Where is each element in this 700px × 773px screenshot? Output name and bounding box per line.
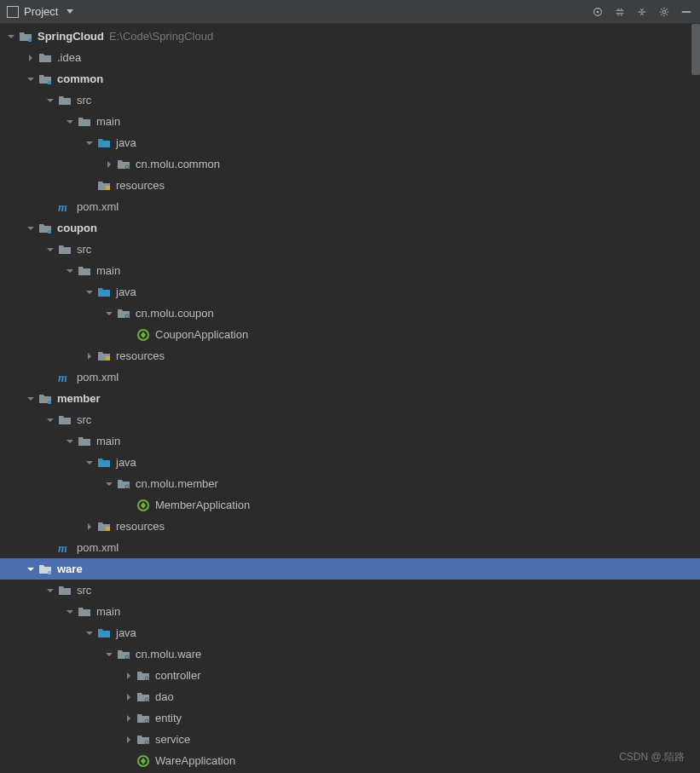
- tree-node-root[interactable]: SpringCloud E:\Code\SpringCloud: [0, 26, 700, 47]
- chevron-right-icon[interactable]: [84, 523, 95, 530]
- tree-node-java[interactable]: java: [0, 281, 700, 303]
- module-folder-icon: [38, 562, 52, 576]
- tree-node-service[interactable]: service: [0, 729, 700, 750]
- tree-node-package-common[interactable]: cn.molu.common: [0, 153, 700, 175]
- chevron-down-icon[interactable]: [25, 566, 37, 573]
- chevron-down-icon[interactable]: [5, 33, 17, 40]
- package-icon: [117, 158, 130, 171]
- svg-rect-17: [106, 527, 110, 531]
- chevron-down-icon[interactable]: [64, 268, 76, 274]
- svg-rect-14: [48, 401, 51, 404]
- tree-node-idea[interactable]: .idea: [0, 47, 700, 68]
- chevron-down-icon[interactable]: [44, 246, 56, 253]
- tree-node-src[interactable]: src: [0, 239, 700, 260]
- folder-icon: [38, 51, 52, 65]
- chevron-down-icon[interactable]: [64, 118, 76, 125]
- node-label: pom.xml: [77, 541, 119, 554]
- chevron-down-icon[interactable]: [25, 225, 37, 232]
- tree-node-member[interactable]: member: [0, 388, 700, 409]
- chevron-right-icon[interactable]: [123, 694, 135, 701]
- chevron-down-icon[interactable]: [84, 289, 95, 296]
- svg-point-10: [125, 314, 129, 318]
- chevron-down-icon[interactable]: [103, 651, 115, 658]
- spring-boot-app-icon: [136, 499, 150, 512]
- chevron-down-icon[interactable]: [25, 76, 37, 83]
- tool-window-header-right: [591, 5, 693, 19]
- tree-node-resources[interactable]: resources: [0, 345, 700, 366]
- chevron-down-icon[interactable]: [44, 587, 56, 594]
- node-label: ware: [57, 562, 83, 575]
- chevron-right-icon[interactable]: [84, 353, 95, 360]
- svg-point-6: [125, 165, 129, 169]
- svg-point-2: [662, 10, 666, 14]
- node-label: pom.xml: [77, 200, 119, 213]
- chevron-down-icon[interactable]: [64, 438, 76, 445]
- vertical-scrollbar-thumb[interactable]: [691, 24, 700, 75]
- collapse-all-icon[interactable]: [635, 5, 649, 19]
- tree-node-java[interactable]: java: [0, 132, 700, 153]
- node-label: resources: [116, 179, 165, 192]
- tree-node-main[interactable]: main: [0, 111, 700, 132]
- tree-node-pom[interactable]: m pom.xml: [0, 366, 700, 388]
- tree-node-common[interactable]: common: [0, 68, 700, 89]
- tree-node-coupon-app[interactable]: CouponApplication: [0, 324, 700, 345]
- tree-node-main[interactable]: main: [0, 430, 700, 452]
- chevron-down-icon[interactable]: [44, 97, 56, 104]
- chevron-right-icon[interactable]: [123, 672, 135, 679]
- chevron-down-icon[interactable]: [84, 140, 95, 147]
- tree-node-package-coupon[interactable]: cn.molu.coupon: [0, 303, 700, 324]
- chevron-right-icon[interactable]: [123, 736, 135, 743]
- node-path: E:\Code\SpringCloud: [109, 30, 213, 43]
- tree-node-ware[interactable]: ware: [0, 558, 700, 580]
- tree-node-java[interactable]: java: [0, 622, 700, 643]
- chevron-down-icon[interactable]: [64, 609, 76, 615]
- chevron-down-icon[interactable]: [44, 417, 56, 424]
- maven-file-icon: m: [58, 200, 72, 214]
- chevron-down-icon[interactable]: [84, 630, 95, 637]
- tree-node-src[interactable]: src: [0, 89, 700, 111]
- project-tree[interactable]: SpringCloud E:\Code\SpringCloud .idea co…: [0, 24, 700, 773]
- node-label: SpringCloud: [38, 30, 104, 43]
- tree-node-resources[interactable]: resources: [0, 175, 700, 196]
- tool-window-header-left: Project: [7, 5, 586, 18]
- chevron-down-icon[interactable]: [103, 481, 115, 487]
- view-selector-label[interactable]: Project: [24, 5, 58, 18]
- watermark: CSDN @.陌路: [619, 750, 685, 764]
- tree-node-entity[interactable]: entity: [0, 707, 700, 729]
- chevron-down-icon[interactable]: [84, 459, 95, 466]
- expand-all-icon[interactable]: [613, 5, 627, 19]
- tree-node-java[interactable]: java: [0, 452, 700, 473]
- svg-rect-19: [48, 571, 51, 574]
- chevron-right-icon[interactable]: [123, 715, 135, 722]
- tree-node-pom[interactable]: m pom.xml: [0, 196, 700, 217]
- node-label: src: [77, 413, 91, 426]
- tree-node-pom[interactable]: m pom.xml: [0, 537, 700, 558]
- tree-node-package-ware[interactable]: cn.molu.ware: [0, 643, 700, 665]
- settings-icon[interactable]: [657, 5, 671, 19]
- tree-node-controller[interactable]: controller: [0, 665, 700, 686]
- tree-node-main[interactable]: main: [0, 260, 700, 281]
- chevron-down-icon[interactable]: [103, 310, 115, 317]
- tree-node-member-app[interactable]: MemberApplication: [0, 494, 700, 516]
- chevron-down-icon[interactable]: [25, 395, 37, 402]
- tree-node-resources[interactable]: resources: [0, 516, 700, 537]
- module-folder-icon: [38, 72, 52, 86]
- node-label: src: [77, 243, 91, 256]
- resources-folder-icon: [97, 179, 111, 193]
- tree-node-ware-app[interactable]: WareApplication: [0, 750, 700, 771]
- chevron-right-icon[interactable]: [103, 161, 115, 168]
- hide-icon[interactable]: [680, 5, 693, 19]
- tool-window-header: Project: [0, 0, 700, 24]
- chevron-down-icon[interactable]: [67, 9, 73, 14]
- folder-icon: [58, 413, 72, 427]
- package-icon: [136, 669, 150, 683]
- tree-node-main[interactable]: main: [0, 601, 700, 622]
- tree-node-coupon[interactable]: coupon: [0, 217, 700, 239]
- tree-node-src[interactable]: src: [0, 580, 700, 601]
- tree-node-dao[interactable]: dao: [0, 686, 700, 707]
- tree-node-package-member[interactable]: cn.molu.member: [0, 473, 700, 494]
- node-label: common: [57, 72, 103, 85]
- tree-node-src[interactable]: src: [0, 409, 700, 430]
- chevron-right-icon[interactable]: [25, 55, 37, 61]
- locate-icon[interactable]: [591, 5, 605, 19]
